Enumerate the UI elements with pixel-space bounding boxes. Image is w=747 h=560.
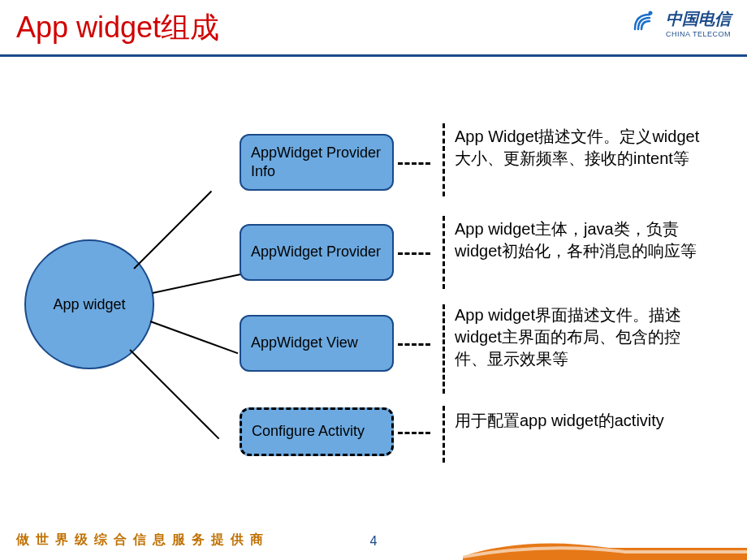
- component-desc-1: App Widget描述文件。定义widget大小、更新频率、接收的intent…: [455, 126, 706, 170]
- center-node: App widget: [24, 239, 154, 369]
- footer-swoosh-icon: [463, 519, 747, 560]
- telecom-logo-icon: [628, 6, 658, 39]
- component-label: AppWidget Provider Info: [251, 144, 382, 182]
- divider-1: [443, 123, 445, 196]
- component-box-2: AppWidget Provider: [240, 224, 394, 281]
- line-1: [133, 191, 212, 269]
- component-label: AppWidget Provider: [251, 243, 381, 261]
- slide-header: App widget组成 中国电信 CHINA TELECOM: [0, 0, 747, 57]
- dash-connector-4: [398, 432, 430, 434]
- component-desc-3: App widget界面描述文件。描述widget主界面的布局、包含的控件、显示…: [455, 304, 706, 370]
- line-4: [129, 349, 219, 439]
- telecom-logo: 中国电信 CHINA TELECOM: [628, 6, 731, 39]
- component-box-4: Configure Activity: [240, 407, 394, 456]
- svg-point-0: [648, 11, 652, 15]
- slide-footer: 做世界级综合信息服务提供商 4: [0, 519, 747, 560]
- component-box-3: AppWidget View: [240, 315, 394, 372]
- component-label: AppWidget View: [251, 334, 358, 352]
- component-desc-4: 用于配置app widget的activity: [455, 410, 706, 432]
- divider-4: [443, 406, 445, 463]
- logo-en-text: CHINA TELECOM: [666, 30, 731, 38]
- diagram-area: App widget AppWidget Provider Info App W…: [0, 57, 747, 511]
- line-2: [153, 274, 242, 294]
- logo-cn-text: 中国电信: [666, 8, 731, 30]
- component-desc-2: App widget主体，java类，负责widget初始化，各种消息的响应等: [455, 218, 706, 262]
- page-number: 4: [370, 534, 378, 549]
- dash-connector-3: [398, 343, 430, 346]
- dash-connector-1: [398, 162, 430, 165]
- dash-connector-2: [398, 252, 430, 255]
- divider-2: [443, 216, 445, 289]
- component-label: Configure Activity: [252, 422, 365, 441]
- slide-title: App widget组成: [16, 8, 731, 48]
- divider-3: [443, 304, 445, 394]
- footer-tagline: 做世界级综合信息服务提供商: [16, 532, 270, 549]
- line-3: [150, 321, 239, 354]
- component-box-1: AppWidget Provider Info: [240, 134, 394, 191]
